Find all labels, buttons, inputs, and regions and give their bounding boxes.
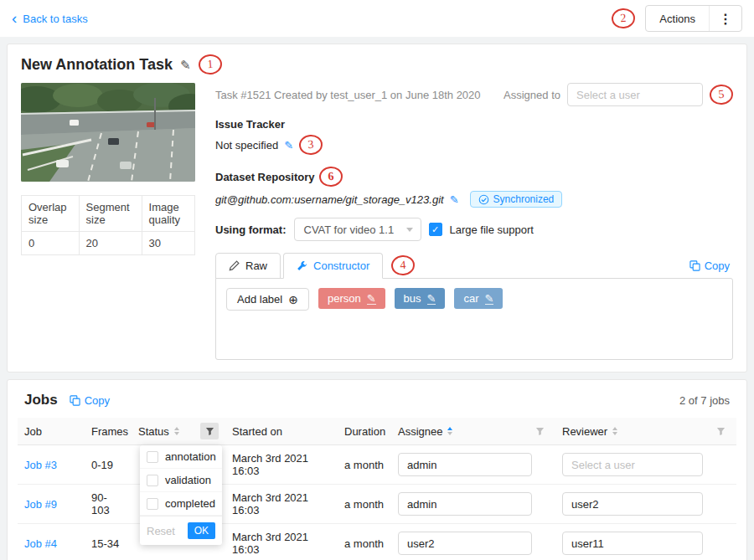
callout-3: 3 [298,134,323,156]
frames-cell: 0-19 [85,445,132,485]
page-title: New Annotation Task [21,56,173,74]
edit-label-icon[interactable]: ✎ [427,293,436,305]
sort-carets-assignee[interactable] [447,427,452,435]
label-tag-car-name: car [463,292,478,305]
issue-tracker-value: Not specified [215,139,278,152]
chevron-left-icon: ‹ [12,10,17,26]
large-file-checkbox[interactable]: ✓ [429,223,442,236]
add-label-button[interactable]: Add label ⊕ [226,288,309,311]
task-thumbnail [21,83,195,182]
filter-option-validation[interactable]: validation [140,469,222,492]
table-row: Job #4 15-34 March 3rd 2021 16:03 a mont… [18,524,736,560]
caret-down-icon [447,432,452,435]
actions-label: Actions [646,13,709,25]
callout-5: 5 [709,84,734,105]
format-select[interactable]: CVAT for video 1.1 [294,218,421,241]
sync-status-badge[interactable]: Synchronized [470,191,563,208]
filter-option-annotation-label: annotation [165,450,216,463]
overlap-size-header: Overlap size [22,196,80,232]
label-tag-bus-name: bus [404,292,421,305]
checkbox-completed[interactable] [147,498,158,510]
caret-down-icon [174,432,179,435]
copy-labels-label: Copy [705,259,730,272]
edit-label-icon[interactable]: ✎ [367,293,376,305]
column-status[interactable]: Status [132,418,225,445]
job-link[interactable]: Job #4 [24,537,57,550]
column-reviewer-label: Reviewer [562,425,607,438]
table-row: Job #9 90-103 March 3rd 2021 16:03 a mon… [18,485,736,524]
column-reviewer[interactable]: Reviewer [555,418,736,445]
dataset-repository-label: Dataset Repository [215,171,314,183]
assignee-input[interactable] [567,83,703,106]
back-to-tasks-link[interactable]: ‹ Back to tasks [12,11,88,27]
params-header-row: Overlap size Segment size Image quality [22,196,195,232]
frames-cell: 15-34 [85,524,132,560]
copy-jobs-button[interactable]: Copy [70,394,110,407]
column-assignee[interactable]: Assignee [391,418,555,445]
status-filter-icon[interactable] [200,423,219,439]
job-link[interactable]: Job #9 [24,498,57,511]
more-actions-icon[interactable]: ⋮ [710,11,741,27]
assignee-cell-input[interactable] [398,453,532,476]
dataset-repository-row: Dataset Repository 6 [215,167,733,187]
jobs-card: Jobs Copy 2 of 7 jobs Job Frames Status [7,379,747,560]
edit-title-icon[interactable]: ✎ [180,59,191,71]
using-format-label: Using format: [215,223,287,236]
reviewer-filter-icon[interactable] [711,423,730,439]
format-select-value: CVAT for video 1.1 [304,223,395,236]
sync-status-label: Synchronized [493,193,555,205]
edit-issue-tracker-icon[interactable]: ✎ [284,140,293,151]
label-tag-person[interactable]: person ✎ [318,288,385,309]
tab-raw[interactable]: Raw [215,253,281,279]
callout-1: 1 [198,54,223,75]
label-tag-bus[interactable]: bus ✎ [395,288,446,309]
tab-constructor-label: Constructor [313,259,369,272]
reset-button[interactable]: Reset [147,525,175,537]
label-tag-car[interactable]: car ✎ [454,288,503,309]
sort-carets-reviewer[interactable] [612,427,617,435]
assignee-cell-input[interactable] [398,532,532,555]
column-started-on: Started on [225,418,338,445]
copy-jobs-label: Copy [85,394,110,407]
filter-option-validation-label: validation [165,474,211,486]
ok-button[interactable]: OK [188,522,215,539]
actions-button[interactable]: Actions ⋮ [645,5,742,32]
task-right-column: Task #1521 Created by test_user_1 on Jun… [195,83,733,360]
segment-size-value: 20 [79,232,142,255]
filter-option-annotation[interactable]: annotation [140,445,222,469]
callout-2: 2 [612,8,637,29]
filter-footer: Reset OK [140,516,222,545]
tab-constructor[interactable]: Constructor [283,253,383,279]
filter-option-completed[interactable]: completed [140,492,222,516]
chevron-down-icon [406,228,413,232]
task-meta: Task #1521 Created by test_user_1 on Jun… [215,89,481,101]
sort-carets-status[interactable] [174,427,179,435]
checkbox-annotation[interactable] [147,451,158,463]
reviewer-cell-input[interactable] [562,532,703,555]
jobs-table: Job Frames Status Started on Duration [18,418,736,560]
status-filter-dropdown: annotation validation completed Reset OK [140,445,222,545]
task-details-card: New Annotation Task ✎ 1 [7,44,747,372]
started-cell: March 3rd 2021 16:03 [225,485,338,524]
edit-label-icon[interactable]: ✎ [485,293,494,305]
copy-labels-button[interactable]: Copy [689,259,730,272]
params-value-row: 0 20 30 [22,232,195,255]
assignee-filter-icon[interactable] [530,423,549,439]
image-quality-value: 30 [142,232,194,255]
frames-cell: 90-103 [85,485,132,524]
column-duration: Duration [338,418,391,445]
caret-up-icon [612,427,617,430]
reviewer-cell-input[interactable] [562,492,703,516]
labels-constructor-panel: Add label ⊕ person ✎ bus ✎ car ✎ [215,278,733,360]
copy-icon [689,260,700,271]
assignee-cell-input[interactable] [398,492,532,516]
jobs-table-header-row: Job Frames Status Started on Duration [18,418,736,445]
reviewer-cell-input[interactable] [562,453,703,476]
column-status-label: Status [138,425,169,438]
checkbox-validation[interactable] [147,475,158,486]
segment-size-header: Segment size [79,196,142,232]
wrench-icon [297,260,307,271]
edit-repository-icon[interactable]: ✎ [450,194,459,205]
job-link[interactable]: Job #3 [24,459,57,471]
column-job: Job [18,418,85,445]
